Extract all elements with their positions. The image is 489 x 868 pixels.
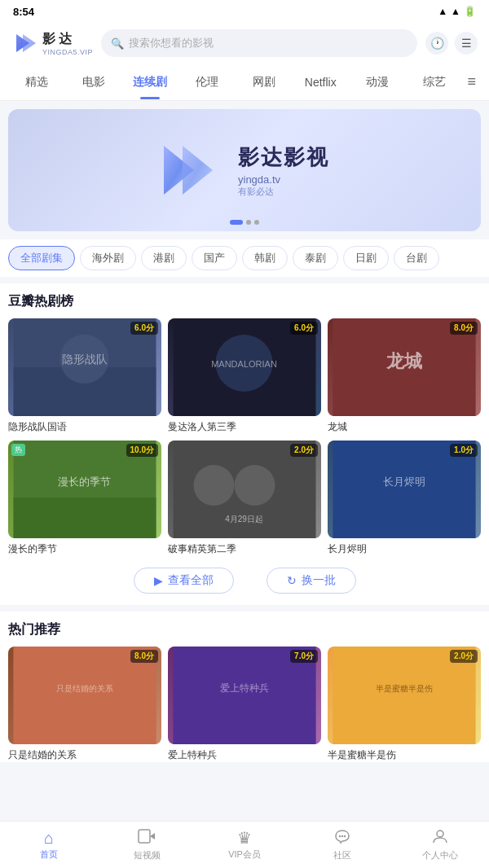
filter-tag-th[interactable]: 泰剧: [293, 246, 338, 270]
hot-movie-title-3: 半是蜜糖半是伤: [328, 748, 481, 762]
movie-thumb-6: 长月烬明 1.0分: [328, 441, 481, 538]
battery-icon: 🔋: [464, 6, 476, 17]
bottom-nav-profile[interactable]: 个人中心: [391, 822, 489, 868]
tab-jingxuan[interactable]: 精选: [8, 65, 65, 99]
banner-title: 影达影视: [238, 143, 329, 172]
hot-movie-thumb-3: 半是蜜糖半是伤 2.0分: [328, 647, 481, 744]
banner-dots: [230, 220, 259, 225]
search-placeholder: 搜索你想看的影视: [129, 36, 214, 50]
svg-point-35: [339, 835, 341, 837]
status-time: 8:54: [13, 6, 34, 18]
movie-card-1[interactable]: 隐形战队 6.0分 隐形战队国语: [8, 318, 161, 434]
hot-movie-grid: 只是结婚的关系 8.0分 只是结婚的关系 爱上特种兵: [8, 647, 481, 762]
hot-movie-title-1: 只是结婚的关系: [8, 748, 161, 762]
svg-marker-1: [23, 34, 36, 52]
svg-text:半是蜜糖半是伤: 半是蜜糖半是伤: [376, 684, 433, 693]
bottom-nav: ⌂ 首页 短视频 ♛ VIP会员 社区: [0, 821, 489, 868]
profile-icon: [431, 828, 449, 847]
movie-card-4[interactable]: 漫长的季节 10.0分 热 漫长的季节: [8, 441, 161, 556]
movie-card-3[interactable]: 龙城 8.0分 龙城: [328, 318, 481, 434]
hot-section: 热门推荐 只是结婚的关系 8.0分 只是结婚的关系: [0, 612, 489, 762]
tab-zongyi[interactable]: 综艺: [406, 65, 463, 99]
banner-text-area: 影达影视 yingda.tv 有影必达: [238, 143, 329, 198]
bottom-nav-community[interactable]: 社区: [293, 822, 391, 868]
svg-point-37: [344, 835, 346, 837]
status-icons: ▲ ▲ 🔋: [438, 6, 476, 17]
banner-dot-3: [254, 220, 259, 225]
banner-subtitle: yingda.tv: [238, 173, 329, 186]
nav-tabs: 精选 电影 连续剧 伦理 网剧 Netflix 动漫 综艺 ≡: [0, 64, 489, 101]
more-icon[interactable]: ≡: [463, 64, 482, 100]
header: 影 达 YINGDA5.VIP 🔍 搜索你想看的影视 🕐 ☰: [0, 23, 489, 64]
play-icon: ▶: [154, 574, 163, 587]
movie-thumb-1: 隐形战队 6.0分: [8, 318, 161, 416]
svg-point-36: [341, 835, 343, 837]
hot-movie-score-1: 8.0分: [130, 650, 158, 663]
bottom-nav-home[interactable]: ⌂ 首页: [0, 822, 98, 868]
hot-movie-score-2: 7.0分: [290, 650, 318, 663]
profile-label: 个人中心: [422, 849, 458, 861]
tab-dianying[interactable]: 电影: [65, 65, 122, 99]
filter-tag-tw[interactable]: 台剧: [394, 246, 439, 270]
movie-thumb-3: 龙城 8.0分: [328, 318, 481, 416]
filter-tag-overseas[interactable]: 海外剧: [80, 246, 136, 270]
vip-label: VIP会员: [228, 848, 261, 861]
movie-score-6: 1.0分: [450, 444, 478, 457]
hot-movie-score-3: 2.0分: [450, 650, 478, 663]
tab-lunli[interactable]: 伦理: [178, 65, 236, 99]
tab-netflix[interactable]: Netflix: [292, 66, 349, 99]
view-all-button[interactable]: ▶ 查看全部: [134, 568, 234, 594]
menu-icon[interactable]: ☰: [455, 32, 478, 55]
svg-text:长月烬明: 长月烬明: [383, 476, 425, 488]
bottom-nav-vip[interactable]: ♛ VIP会员: [196, 822, 293, 868]
filter-tag-cn[interactable]: 国产: [192, 246, 237, 270]
bottom-nav-shortvideo[interactable]: 短视频: [98, 822, 196, 868]
movie-thumb-4: 漫长的季节 10.0分 热: [8, 441, 161, 538]
banner-logo-icon: [160, 142, 225, 199]
filter-tag-jp[interactable]: 日剧: [343, 246, 389, 270]
refresh-button[interactable]: ↻ 换一批: [267, 568, 356, 594]
svg-rect-33: [139, 830, 150, 843]
tab-dongman[interactable]: 动漫: [349, 65, 406, 99]
svg-text:漫长的季节: 漫长的季节: [58, 476, 111, 488]
banner-dot-2: [246, 220, 251, 225]
tab-lianxuju[interactable]: 连续剧: [121, 65, 178, 99]
history-icon[interactable]: 🕐: [425, 32, 448, 55]
movie-title-3: 龙城: [328, 420, 481, 434]
tab-wangju[interactable]: 网剧: [236, 65, 293, 99]
hot-movie-card-3[interactable]: 半是蜜糖半是伤 2.0分 半是蜜糖半是伤: [328, 647, 481, 762]
svg-text:爱上特种兵: 爱上特种兵: [220, 682, 269, 694]
movie-score-3: 8.0分: [450, 322, 478, 335]
svg-point-18: [194, 465, 235, 506]
movie-card-2[interactable]: MANDALORIAN 6.0分 曼达洛人第三季: [168, 318, 321, 434]
movie-title-4: 漫长的季节: [8, 542, 161, 556]
movie-badge-4: 热: [11, 444, 25, 456]
vip-icon: ♛: [237, 830, 252, 846]
community-label: 社区: [333, 849, 351, 861]
svg-text:龙城: 龙城: [385, 351, 423, 371]
movie-card-6[interactable]: 长月烬明 1.0分 长月烬明: [328, 441, 481, 556]
action-row: ▶ 查看全部 ↻ 换一批: [8, 556, 481, 605]
svg-marker-34: [150, 833, 155, 840]
hot-movie-thumb-2: 爱上特种兵 7.0分: [168, 647, 321, 744]
hot-movie-card-2[interactable]: 爱上特种兵 7.0分 爱上特种兵: [168, 647, 321, 762]
movie-thumb-2: MANDALORIAN 6.0分: [168, 318, 321, 416]
hot-movie-card-1[interactable]: 只是结婚的关系 8.0分 只是结婚的关系: [8, 647, 161, 762]
douban-section: 豆瓣热剧榜 隐形战队 6.0分 隐形战队国语: [0, 283, 489, 605]
hot-movie-thumb-1: 只是结婚的关系 8.0分: [8, 647, 161, 744]
header-icons: 🕐 ☰: [425, 32, 478, 55]
logo-main: 影 达: [42, 31, 93, 48]
filter-tag-kr[interactable]: 韩剧: [242, 246, 288, 270]
signal-icon: ▲: [451, 6, 460, 17]
main-content: 影达影视 yingda.tv 有影必达 全部剧集 海外剧 港剧 国产 韩剧 泰剧…: [0, 109, 489, 818]
community-icon: [333, 828, 351, 847]
hot-section-title: 热门推荐: [8, 621, 481, 638]
filter-tag-all[interactable]: 全部剧集: [8, 246, 75, 270]
svg-text:隐形战队: 隐形战队: [62, 353, 108, 366]
banner[interactable]: 影达影视 yingda.tv 有影必达: [8, 109, 481, 231]
movie-card-5[interactable]: 4月29日起 2.0分 破事精英第二季: [168, 441, 321, 556]
filter-tags: 全部剧集 海外剧 港剧 国产 韩剧 泰剧 日剧 台剧: [0, 239, 489, 277]
filter-tag-hk[interactable]: 港剧: [141, 246, 187, 270]
svg-text:4月29日起: 4月29日起: [225, 515, 263, 524]
search-bar[interactable]: 🔍 搜索你想看的影视: [101, 29, 417, 57]
